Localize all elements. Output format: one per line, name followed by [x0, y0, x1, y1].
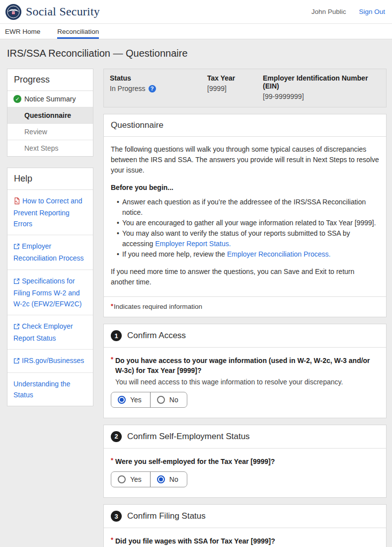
save-exit-note: If you need more time to answer the ques… [111, 267, 379, 287]
radio-button-icon [157, 396, 165, 404]
progress-step-notice-summary[interactable]: ✓ Notice Summary [7, 91, 93, 107]
progress-step-label: Notice Summary [24, 95, 76, 103]
radio-button-icon [157, 475, 165, 483]
progress-step-label: Next Steps [24, 144, 58, 152]
sidebar: Progress ✓ Notice Summary ✓ Questionnair… [7, 69, 93, 406]
tax-year-label: Tax Year [207, 74, 263, 82]
status-help-icon[interactable]: ? [149, 85, 156, 92]
status-value: In Progress [110, 85, 146, 92]
progress-step-questionnaire[interactable]: ✓ Questionnaire [7, 107, 93, 124]
help-link-label: Check Employer Report Status [13, 322, 73, 342]
required-asterisk: * [111, 302, 113, 310]
help-link-reconciliation-process[interactable]: Employer Reconciliation Process [7, 235, 93, 270]
external-link-icon [13, 358, 20, 365]
brand-title: Social Security [26, 5, 100, 18]
step-number-badge: 3 [111, 511, 122, 522]
help-link-label: IRS.gov/Businesses [22, 357, 84, 365]
help-panel: Help How to Correct and Prevent Reportin… [7, 168, 93, 406]
list-item: Answer each question as if you’re the ad… [117, 197, 379, 218]
progress-step-label: Review [24, 128, 47, 136]
section-confirm-access: 1 Confirm Access *Do you have access to … [103, 324, 387, 418]
help-link-irs-gov[interactable]: IRS.gov/Businesses [7, 350, 93, 373]
help-link-label: Specifications for Filing Forms W-2 and … [13, 277, 81, 308]
ein-label: Employer Identification Number (EIN) [263, 74, 380, 90]
radio-button-icon [118, 396, 126, 404]
section-title: Confirm Access [127, 331, 186, 341]
help-link-check-report-status[interactable]: Check Employer Report Status [7, 315, 93, 350]
status-bar: Status In Progress ? Tax Year [9999] Emp… [103, 69, 387, 107]
external-link-icon [13, 323, 20, 331]
user-name: John Public [312, 8, 346, 15]
no-radio-option[interactable]: No [150, 392, 187, 407]
ein-value: [99-9999999] [263, 92, 304, 100]
brand: Social Security [5, 3, 100, 20]
before-you-begin-heading: Before you begin... [111, 182, 379, 193]
help-link-reporting-errors[interactable]: How to Correct and Prevent Reporting Err… [7, 190, 93, 235]
no-radio-option[interactable]: No [150, 472, 187, 487]
pdf-icon [13, 198, 20, 206]
help-link-label: How to Correct and Prevent Reporting Err… [13, 197, 82, 228]
employer-reconciliation-process-link[interactable]: Employer Reconciliation Process. [227, 250, 331, 258]
ssa-seal-icon [5, 3, 22, 20]
questionnaire-panel: Questionnaire The following questions wi… [103, 114, 387, 317]
list-item: If you need more help, review the Employ… [117, 249, 379, 260]
help-link-efw2-specs[interactable]: Specifications for Filing Forms W-2 and … [7, 270, 93, 315]
required-info-note: *Indicates required information [104, 296, 386, 317]
tax-year-value: [9999] [207, 85, 227, 92]
question-hint: You will need access to this wage inform… [111, 377, 379, 387]
radio-button-icon [118, 475, 126, 483]
required-asterisk: * [111, 537, 113, 543]
primary-nav: EWR Home Reconciliation [0, 24, 392, 39]
page-title: IRS/SSA Reconciliation — Questionnaire [7, 48, 387, 59]
page-background: IRS/SSA Reconciliation — Questionnaire P… [0, 39, 392, 547]
nav-item-reconciliation[interactable]: Reconciliation [57, 24, 99, 39]
external-link-icon [13, 243, 20, 251]
help-link-label: Employer Reconciliation Process [13, 242, 84, 262]
main-content: Status In Progress ? Tax Year [9999] Emp… [103, 69, 387, 547]
progress-panel-title: Progress [7, 69, 93, 91]
top-header: Social Security John Public Sign Out [0, 0, 392, 24]
question-text: *Did you file wages with SSA for Tax Yea… [111, 536, 379, 546]
section-title: Confirm Self-Employment Status [127, 432, 250, 442]
list-item: You are encouraged to gather all your wa… [117, 218, 379, 228]
progress-step-review: ✓ Review [7, 124, 93, 140]
questionnaire-panel-title: Questionnaire [104, 114, 386, 137]
help-link-label: Understanding the Status [13, 380, 70, 399]
required-asterisk: * [111, 457, 113, 463]
list-item: You may also want to verify the status o… [117, 228, 379, 249]
progress-step-label: Questionnaire [24, 111, 71, 119]
help-link-understanding-status[interactable]: Understanding the Status [7, 373, 93, 406]
nav-item-ewr-home[interactable]: EWR Home [5, 24, 40, 39]
step-number-badge: 1 [111, 330, 122, 341]
check-circle-icon: ✓ [13, 95, 21, 103]
step-number-badge: 2 [111, 431, 122, 442]
help-panel-title: Help [7, 168, 93, 190]
yes-no-radio-group: Yes No [111, 471, 187, 487]
yes-no-radio-group: Yes No [111, 392, 187, 408]
progress-panel: Progress ✓ Notice Summary ✓ Questionnair… [7, 69, 93, 157]
section-confirm-self-employment: 2 Confirm Self-Employment Status *Were y… [103, 425, 387, 498]
question-text: *Were you self-employed for the Tax Year… [111, 456, 379, 466]
required-asterisk: * [111, 356, 113, 363]
employer-report-status-link[interactable]: Employer Report Status. [155, 240, 231, 248]
progress-step-next-steps: ✓ Next Steps [7, 140, 93, 156]
sign-out-link[interactable]: Sign Out [359, 8, 385, 15]
yes-radio-option[interactable]: Yes [111, 392, 150, 407]
questionnaire-intro: The following questions will walk you th… [111, 144, 379, 176]
section-title: Confirm Filing Status [127, 511, 206, 521]
status-label: Status [110, 74, 207, 82]
external-link-icon [13, 278, 20, 286]
yes-radio-option[interactable]: Yes [111, 472, 150, 487]
section-confirm-filing-status: 3 Confirm Filing Status *Did you file wa… [103, 504, 387, 547]
before-you-begin-list: Answer each question as if you’re the ad… [117, 197, 379, 260]
question-text: *Do you have access to your wage informa… [111, 356, 379, 376]
